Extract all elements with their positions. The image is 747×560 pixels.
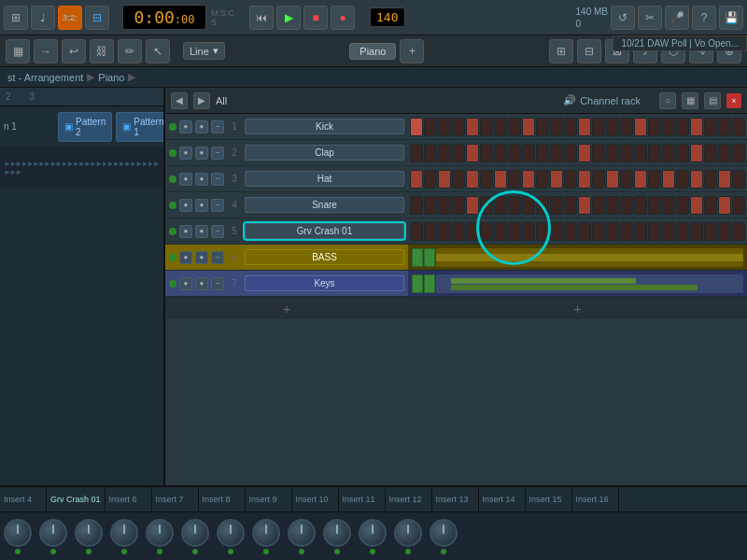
step-btn[interactable]: [410, 170, 423, 189]
ch-mute-snare[interactable]: ●: [179, 199, 192, 212]
step-btn[interactable]: [466, 144, 479, 162]
step-btn[interactable]: [606, 222, 619, 241]
rack-circle-btn[interactable]: ○: [659, 92, 676, 109]
step-btn[interactable]: [550, 144, 563, 162]
ch-mute-hat[interactable]: ●: [179, 173, 192, 186]
cursor-btn[interactable]: ↖: [146, 39, 170, 63]
ch-env-kick[interactable]: ~: [211, 120, 224, 133]
step-btn[interactable]: [690, 196, 703, 215]
knob-8[interactable]: [252, 519, 280, 547]
step-btn[interactable]: [536, 118, 549, 136]
knob-5[interactable]: [146, 519, 174, 547]
step-btn[interactable]: [634, 144, 647, 162]
ch-mute-kick[interactable]: ●: [179, 120, 192, 133]
step-add-row[interactable]: +: [408, 297, 747, 319]
step-btn[interactable]: [578, 222, 591, 241]
rec-btn[interactable]: ●: [331, 6, 355, 30]
ch-mute-crash[interactable]: ●: [179, 225, 192, 238]
step-btn[interactable]: [410, 118, 423, 136]
step-btn[interactable]: [536, 170, 549, 189]
pattern-block-2[interactable]: ▣ Pattern 2: [58, 112, 112, 142]
add-channel-btn[interactable]: +: [165, 297, 408, 319]
knob-13[interactable]: [430, 519, 458, 547]
step-btn[interactable]: [606, 170, 619, 189]
breadcrumb-part2[interactable]: Piano: [98, 72, 124, 83]
ch-env-keys[interactable]: ~: [211, 277, 224, 290]
step-btn[interactable]: [578, 144, 591, 162]
step-btn[interactable]: [662, 144, 675, 162]
step-btn[interactable]: [648, 118, 661, 136]
scissors-btn[interactable]: ✂: [638, 6, 662, 30]
rack-graph-btn[interactable]: ▤: [704, 92, 721, 109]
step-btn[interactable]: [592, 144, 605, 162]
step-btn[interactable]: [620, 222, 633, 241]
step-btn[interactable]: [606, 118, 619, 136]
step-btn[interactable]: [676, 222, 689, 241]
step-btn[interactable]: [494, 222, 507, 241]
step-btn[interactable]: [494, 118, 507, 136]
pattern-block-1[interactable]: ▣ Pattern 1: [116, 112, 164, 142]
ch-env-clap[interactable]: ~: [211, 147, 224, 160]
step-btn[interactable]: [424, 144, 437, 162]
knob-12[interactable]: [394, 519, 422, 547]
knob-6[interactable]: [181, 519, 209, 547]
step-btn[interactable]: [592, 196, 605, 215]
step-btn[interactable]: [718, 196, 731, 215]
channel-row-crash[interactable]: ● ● ~ 5 Grv Crash 01: [165, 218, 408, 245]
bass-piano-roll[interactable]: [436, 248, 743, 267]
snap-btn1[interactable]: ⊞: [549, 39, 573, 63]
step-btn[interactable]: [410, 196, 423, 215]
step-btn[interactable]: [550, 222, 563, 241]
metronome-btn[interactable]: ♩: [31, 6, 55, 30]
line-dropdown[interactable]: Line ▾: [183, 42, 225, 60]
step-btn[interactable]: [592, 170, 605, 189]
stop-btn[interactable]: ■: [303, 6, 328, 30]
ch-name-crash[interactable]: Grv Crash 01: [245, 223, 404, 239]
step-btn[interactable]: [550, 118, 563, 136]
step-btn[interactable]: [508, 222, 521, 241]
reload-btn[interactable]: ↺: [611, 6, 635, 30]
step-btn[interactable]: [718, 222, 731, 241]
step-btn[interactable]: [522, 196, 535, 215]
step-btn[interactable]: [718, 118, 731, 136]
knob-11[interactable]: [359, 519, 387, 547]
step-btn[interactable]: [662, 170, 675, 189]
step-btn[interactable]: [620, 170, 633, 189]
step-btn[interactable]: [648, 222, 661, 241]
snap-btn2[interactable]: ⊟: [577, 39, 601, 63]
step-btn[interactable]: [452, 196, 465, 215]
step-btn[interactable]: [410, 222, 423, 241]
play-btn[interactable]: ▶: [276, 6, 301, 30]
brush-btn[interactable]: ✏: [118, 39, 142, 63]
step-btn[interactable]: [522, 222, 535, 241]
step-btn[interactable]: [508, 170, 521, 189]
step-btn[interactable]: [438, 144, 451, 162]
step-btn[interactable]: [564, 196, 577, 215]
ch-solo-crash[interactable]: ●: [195, 225, 208, 238]
step-btn[interactable]: [620, 118, 633, 136]
knob-1[interactable]: [4, 519, 32, 547]
bpm-label-btn[interactable]: 3:2:: [58, 6, 82, 30]
ch-solo-bass[interactable]: ●: [195, 251, 208, 264]
step-btn[interactable]: [620, 144, 633, 162]
step-btn[interactable]: [438, 196, 451, 215]
channel-row-kick[interactable]: ● ● ~ 1 Kick: [165, 114, 408, 140]
step-btn[interactable]: [494, 196, 507, 215]
step-btn[interactable]: [648, 196, 661, 215]
step-btn[interactable]: [676, 144, 689, 162]
step-btn[interactable]: [480, 144, 493, 162]
step-btn[interactable]: [704, 144, 717, 162]
ch-name-hat[interactable]: Hat: [245, 171, 404, 187]
step-btn[interactable]: [438, 170, 451, 189]
step-btn[interactable]: [494, 144, 507, 162]
step-btn[interactable]: [522, 144, 535, 162]
step-btn[interactable]: [564, 144, 577, 162]
rack-all-label[interactable]: All: [216, 95, 227, 106]
rack-nav-right[interactable]: ▶: [193, 92, 210, 109]
ch-name-bass[interactable]: BASS: [245, 249, 404, 265]
step-btn[interactable]: [480, 170, 493, 189]
channel-row-keys[interactable]: ● ● ~ 7 Keys: [165, 271, 408, 297]
step-btn[interactable]: [676, 170, 689, 189]
step-btn[interactable]: [732, 144, 745, 162]
step-btn[interactable]: [452, 118, 465, 136]
